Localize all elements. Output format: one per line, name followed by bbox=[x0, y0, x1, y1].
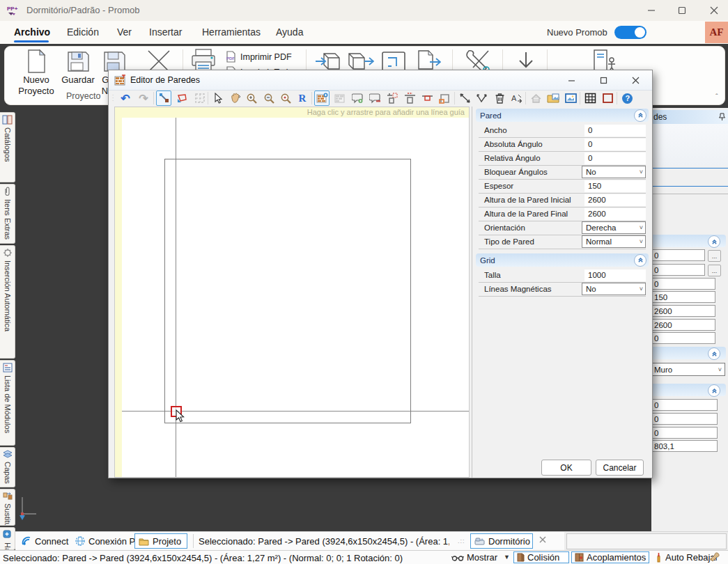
ok-button[interactable]: OK bbox=[541, 460, 591, 476]
dialog-maximize-button[interactable] bbox=[592, 72, 614, 88]
rp-input[interactable]: 0 bbox=[651, 399, 718, 411]
prop-input[interactable]: 150 bbox=[584, 180, 646, 192]
dialog-minimize-button[interactable] bbox=[560, 72, 582, 88]
rp-input[interactable]: 0 bbox=[651, 264, 705, 276]
draw-room-tool[interactable] bbox=[174, 91, 189, 106]
section-header-grid[interactable]: Grid bbox=[476, 253, 649, 267]
pin-icon[interactable] bbox=[719, 113, 725, 121]
collapse-chevron-icon[interactable] bbox=[708, 235, 720, 248]
sidebar-tab-insercion-automatica[interactable]: Inserción Automática bbox=[0, 245, 15, 359]
help-button[interactable]: ? bbox=[619, 91, 635, 106]
prop-input[interactable]: 1000 bbox=[584, 269, 646, 281]
window-minimize-button[interactable] bbox=[640, 3, 663, 18]
ribbon-collapse-chevron[interactable]: ˆ bbox=[715, 93, 718, 101]
rp-input[interactable]: 150 bbox=[651, 291, 715, 303]
wall-outline-rectangle[interactable] bbox=[164, 159, 411, 423]
rotate-view-tool[interactable]: R bbox=[295, 91, 310, 106]
prop-dropdown[interactable]: Derecha˅ bbox=[582, 221, 646, 234]
select-tool[interactable] bbox=[210, 91, 226, 106]
rp-input[interactable]: 0 bbox=[651, 332, 715, 344]
wrench-icon[interactable] bbox=[709, 552, 720, 563]
zoom-in-tool[interactable] bbox=[244, 91, 259, 106]
menu-ver[interactable]: Ver bbox=[117, 26, 132, 38]
undo-button[interactable]: ↶ bbox=[118, 91, 133, 106]
new-project-button[interactable]: Nuevo Proyecto bbox=[9, 75, 63, 97]
menu-ayuda[interactable]: Ayuda bbox=[276, 26, 303, 38]
colision-toggle[interactable]: Colisión bbox=[513, 551, 569, 563]
muro-dropdown[interactable]: Muro ˅ bbox=[651, 363, 725, 376]
rp-input[interactable]: 803,1 bbox=[651, 440, 718, 452]
nuevo-promob-toggle[interactable] bbox=[614, 26, 646, 39]
measure-tool[interactable] bbox=[457, 91, 472, 106]
wall-editor-canvas[interactable]: Haga clic y arrastre para añadir una lín… bbox=[114, 107, 470, 478]
af-badge[interactable]: AF bbox=[705, 22, 728, 43]
collapse-chevron-icon[interactable] bbox=[634, 254, 646, 267]
draw-wall-tool[interactable] bbox=[156, 91, 171, 106]
conexion-p-button[interactable]: Conexión P bbox=[88, 536, 135, 547]
collapse-chevron-icon[interactable] bbox=[708, 384, 720, 397]
show-outline-toggle[interactable] bbox=[600, 91, 615, 106]
prop-input[interactable]: 2600 bbox=[584, 208, 646, 220]
prop-input[interactable]: 0 bbox=[584, 152, 646, 164]
window-maximize-button[interactable] bbox=[670, 3, 694, 18]
statusbar-grip[interactable]: .:: bbox=[458, 538, 465, 545]
save-icon[interactable] bbox=[65, 48, 91, 75]
dimension-text-tool[interactable]: A bbox=[509, 91, 524, 106]
rp-input[interactable]: 2600 bbox=[651, 319, 715, 331]
add-wall-tool[interactable] bbox=[314, 91, 330, 106]
collapse-chevron-icon[interactable] bbox=[708, 347, 720, 360]
rp-input[interactable]: 0 bbox=[651, 278, 715, 290]
prop-input[interactable]: 2600 bbox=[584, 194, 646, 206]
rp-input[interactable]: 2600 bbox=[651, 305, 715, 317]
rp-input[interactable]: 0 bbox=[651, 427, 718, 439]
dialog-titlebar[interactable]: Editor de Paredes bbox=[109, 70, 652, 91]
rp-input[interactable]: 0 bbox=[651, 249, 705, 261]
sidebar-tab-capas[interactable]: Capas bbox=[0, 447, 15, 487]
dialog-close-button[interactable] bbox=[624, 72, 646, 88]
open-image-tool[interactable] bbox=[545, 91, 561, 106]
dormitorio-tab[interactable]: Dormitório bbox=[470, 533, 533, 549]
remove-annotation-tool[interactable] bbox=[367, 91, 382, 106]
corner-wall-tool[interactable] bbox=[437, 91, 452, 106]
add-annotation-tool[interactable] bbox=[350, 91, 365, 106]
prop-dropdown[interactable]: No˅ bbox=[582, 283, 646, 295]
redo-button[interactable]: ↷ bbox=[136, 91, 151, 106]
menu-edicion[interactable]: Edición bbox=[67, 26, 99, 38]
rp-input[interactable]: 0 bbox=[651, 413, 718, 425]
sidebar-tab-itens-extras[interactable]: Itens Extras bbox=[0, 184, 15, 244]
prop-input[interactable]: 0 bbox=[584, 125, 646, 136]
prop-dropdown[interactable]: No˅ bbox=[582, 166, 646, 178]
connect-button[interactable]: Connect bbox=[35, 536, 68, 547]
sidebar-tab-sustituir[interactable]: Sustituir bbox=[0, 489, 15, 526]
cancel-button[interactable]: Cancelar bbox=[596, 460, 644, 476]
print-pdf-button[interactable]: Imprimir PDF bbox=[240, 52, 292, 62]
sidebar-tab-catalogos[interactable]: Catálogos bbox=[0, 112, 15, 182]
close-tab-icon[interactable] bbox=[539, 536, 546, 543]
guide-ruler-strip[interactable] bbox=[115, 118, 122, 477]
save-button[interactable]: Guardar bbox=[57, 75, 99, 86]
projeto-tab[interactable]: Projeto bbox=[134, 533, 187, 549]
menu-herramientas[interactable]: Herramientas bbox=[202, 26, 261, 38]
ellipsis-button[interactable]: ... bbox=[708, 265, 721, 276]
sidebar-tab-hacer[interactable]: Hacer C bbox=[0, 527, 15, 550]
ellipsis-button[interactable]: ... bbox=[708, 250, 721, 262]
pan-tool[interactable] bbox=[227, 91, 242, 106]
new-project-icon[interactable] bbox=[23, 48, 49, 75]
delete-tool[interactable] bbox=[492, 91, 507, 106]
prop-dropdown[interactable]: Normal˅ bbox=[582, 235, 646, 248]
mostrar-dropdown[interactable]: Mostrar bbox=[467, 552, 497, 563]
prop-input[interactable]: 0 bbox=[584, 139, 646, 150]
acoplamientos-toggle[interactable]: Acoplamientos bbox=[571, 551, 649, 563]
background-image-tool[interactable] bbox=[563, 91, 578, 106]
zoom-extents-tool[interactable] bbox=[278, 91, 293, 106]
split-wall-tool[interactable] bbox=[385, 91, 400, 106]
trim-wall-tool[interactable] bbox=[419, 91, 435, 106]
section-header-pared[interactable]: Pared bbox=[476, 109, 649, 122]
show-grid-toggle[interactable] bbox=[582, 91, 598, 106]
menu-insertar[interactable]: Insertar bbox=[149, 26, 182, 38]
sidebar-tab-lista-de-modulos[interactable]: Lista de Módulos bbox=[0, 360, 15, 446]
window-close-button[interactable] bbox=[702, 3, 726, 18]
measure-angle-tool[interactable] bbox=[474, 91, 490, 106]
zoom-out-tool[interactable] bbox=[261, 91, 277, 106]
collapse-chevron-icon[interactable] bbox=[634, 109, 646, 122]
